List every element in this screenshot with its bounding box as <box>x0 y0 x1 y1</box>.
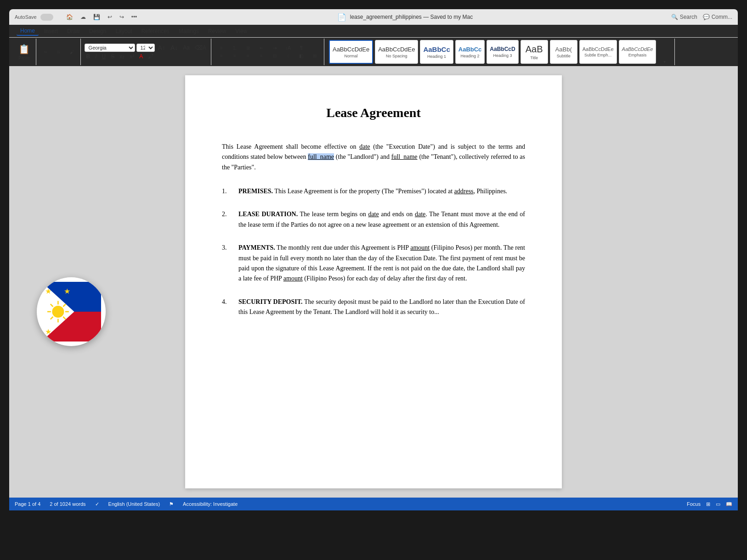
menu-insert[interactable]: Insert <box>40 27 62 35</box>
style-title-label: Title <box>530 56 538 60</box>
section-term-2: LEASE DURATION. <box>238 211 298 218</box>
style-title[interactable]: AaB Title <box>521 40 548 64</box>
numbering-button[interactable]: 1. <box>228 45 241 51</box>
page-info: Page 1 of 4 <box>15 501 40 507</box>
language: English (United States) <box>108 501 160 507</box>
paste-button[interactable]: 📋 Paste <box>15 42 34 62</box>
svg-text:★: ★ <box>45 287 51 295</box>
status-bar: Page 1 of 4 2 of 1024 words ✓ English (U… <box>9 498 738 510</box>
shading-button[interactable]: ◧ <box>295 52 308 59</box>
undo-icon[interactable]: ↩ <box>106 13 114 21</box>
house-icon[interactable]: 🏠 <box>64 13 75 21</box>
menu-design[interactable]: Design <box>85 27 110 35</box>
accessibility[interactable]: Accessibility: Investigate <box>183 501 238 507</box>
search-button[interactable]: 🔍 Search <box>671 14 697 20</box>
comment-label: Comm... <box>712 14 732 20</box>
style-subtitle[interactable]: AaBb( Subtitle <box>550 40 577 64</box>
style-normal[interactable]: AaBbCcDdEe Normal <box>329 40 373 64</box>
underline-button[interactable]: U <box>100 53 108 60</box>
cloud-icon[interactable]: ☁ <box>79 13 88 21</box>
pilcrow-button[interactable]: ¶ <box>295 45 308 51</box>
view-layout-icon[interactable]: ⊞ <box>706 501 710 507</box>
doc-intro: This Lease Agreement shall become effect… <box>222 142 525 173</box>
more-icon[interactable]: ••• <box>130 13 139 21</box>
style-heading3[interactable]: AaBbCcD Heading 3 <box>487 40 518 64</box>
borders-button[interactable]: ⊞ <box>308 52 321 59</box>
style-subtle-emph[interactable]: AaBbCcDdEe Subtle Emph... <box>579 40 617 64</box>
align-left-button[interactable]: ≡ <box>215 52 228 59</box>
align-center-icon: ≡ <box>233 53 236 58</box>
autosave-area: AutoSave <box>15 14 53 21</box>
word-count: 2 of 1024 words <box>50 501 85 507</box>
autosave-toggle[interactable] <box>40 14 53 21</box>
copy-button[interactable]: ⎘ <box>52 49 65 56</box>
justify-button[interactable]: ≡ <box>255 52 268 59</box>
style-heading1-label: Heading 1 <box>427 54 446 59</box>
line-spacing-button[interactable]: ↕ <box>282 52 294 59</box>
section-number-1: 1. <box>222 186 231 196</box>
menu-home[interactable]: Home <box>17 27 39 36</box>
style-emphasis-preview: AaBbCcDdEe <box>622 46 653 52</box>
style-heading1[interactable]: AaBbCc Heading 1 <box>420 40 453 64</box>
style-emphasis[interactable]: AaBbCcDdEe Emphasis <box>619 40 656 64</box>
sort-icon: ↕A <box>285 45 291 50</box>
end-date-placeholder: date <box>415 211 425 218</box>
style-subtle-emph-label: Subtle Emph... <box>584 53 611 57</box>
menu-view[interactable]: View <box>232 27 251 35</box>
section-number-4: 4. <box>222 297 231 318</box>
focus-button[interactable]: Focus <box>687 501 701 507</box>
menu-draw[interactable]: Draw <box>63 27 84 35</box>
sort-button[interactable]: ↕A <box>282 45 294 51</box>
decrease-font-button[interactable]: A↓ <box>169 44 180 52</box>
numbering-icon: 1. <box>233 45 237 50</box>
align-right-button[interactable]: ≡ <box>242 52 255 59</box>
columns-icon: ⊟ <box>273 53 277 58</box>
font-family-select[interactable]: Georgia <box>85 44 135 52</box>
align-center-button[interactable]: ≡ <box>228 52 241 59</box>
font-size-select[interactable]: 12 <box>136 44 155 52</box>
address-placeholder: address <box>454 188 474 195</box>
date-placeholder-1: date <box>359 143 370 150</box>
menu-references[interactable]: References <box>137 27 173 35</box>
increase-font-button[interactable]: A↑ <box>156 44 167 52</box>
italic-button[interactable]: I <box>93 53 98 60</box>
comment-button[interactable]: 💬 Comm... <box>703 14 732 20</box>
amount-placeholder-2: amount <box>283 275 303 282</box>
change-case-button[interactable]: Aa <box>181 44 192 51</box>
redo-icon[interactable]: ↪ <box>118 13 126 21</box>
clipboard-row: ✂ ⎘ 🖌 <box>39 49 79 56</box>
section-content-4: SECURITY DEPOSIT. The security deposit m… <box>238 297 525 318</box>
font-color-button[interactable]: A <box>137 53 145 60</box>
indent-right-button[interactable]: ⇥ <box>268 45 281 51</box>
columns-button[interactable]: ⊟ <box>268 52 281 59</box>
menu-review[interactable]: Review <box>204 27 230 35</box>
style-normal-preview: AaBbCcDdEe <box>333 46 369 53</box>
pilcrow-icon: ¶ <box>300 45 302 50</box>
subscript-button[interactable]: x₂ <box>118 53 126 60</box>
bold-button[interactable]: B <box>85 53 92 60</box>
immersive-reader-icon[interactable]: 📖 <box>726 501 732 507</box>
highlight-button[interactable]: 🖍 <box>146 53 155 60</box>
strikethrough-button[interactable]: S <box>109 53 116 60</box>
menu-layout[interactable]: Layout <box>112 27 136 35</box>
section-premises: 1. PREMISES. This Lease Agreement is for… <box>222 186 525 196</box>
cut-button[interactable]: ✂ <box>39 49 52 56</box>
bullets-button[interactable]: ≡ <box>215 45 228 51</box>
section-number-2: 2. <box>222 209 231 230</box>
section-number-3: 3. <box>222 243 231 284</box>
styles-section: AaBbCcDdEe Normal AaBbCcDdEe No Spacing … <box>325 39 675 65</box>
indent-left-button[interactable]: ⇤ <box>255 45 268 51</box>
format-painter-button[interactable]: 🖌 <box>66 49 79 56</box>
multilevel-button[interactable]: ⊞ <box>242 45 255 51</box>
save-icon[interactable]: 💾 <box>91 13 102 21</box>
shading-icon: ◧ <box>299 53 303 58</box>
menu-mailings[interactable]: Mailings <box>175 27 203 35</box>
style-no-spacing[interactable]: AaBbCcDdEe No Spacing <box>375 40 418 64</box>
comment-icon: 💬 <box>703 14 710 20</box>
more-styles-button[interactable]: ▾ <box>658 39 671 65</box>
style-heading2[interactable]: AaBbCc Heading 2 <box>455 40 485 64</box>
clear-format-button[interactable]: ⌫A <box>193 44 208 51</box>
superscript-button[interactable]: x² <box>128 53 136 60</box>
view-web-icon[interactable]: ▭ <box>716 501 720 507</box>
laptop-frame: AutoSave 🏠 ☁ 💾 ↩ ↪ ••• 📄 lease_agreement… <box>9 9 738 510</box>
